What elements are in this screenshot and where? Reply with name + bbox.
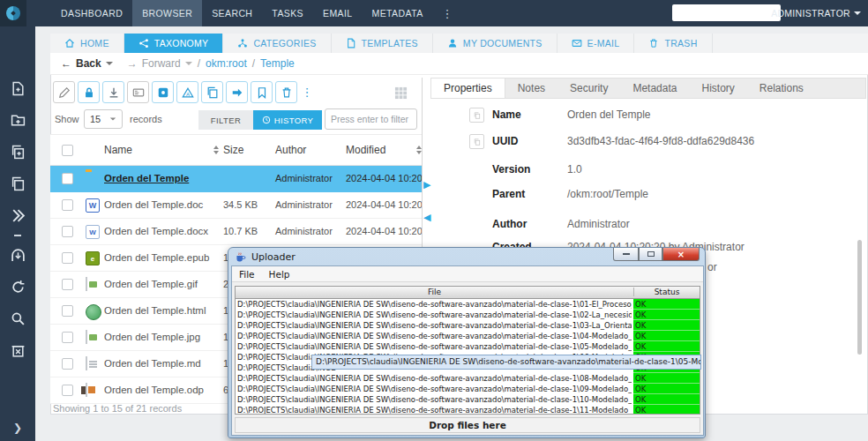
file-name-link[interactable]: Orden del Temple.docx [104,226,208,236]
menu-metadata[interactable]: METADATA [363,0,433,26]
download-button[interactable] [102,81,124,103]
lock-button[interactable] [78,81,100,103]
add-multiple-icon[interactable] [11,145,26,160]
column-name[interactable]: Name [104,144,132,156]
tab-properties[interactable]: Properties [431,78,505,98]
chevron-down-icon[interactable] [185,62,192,65]
file-name-link[interactable]: Orden del Temple.odp [104,385,204,395]
tab-taxonomy[interactable]: TAXONOMY [124,34,224,53]
file-name-link[interactable]: Orden del Temple.doc [104,199,203,210]
new-folder-icon[interactable] [11,113,26,128]
upload-row[interactable]: D:\PROJECTS\claudia\INGENIERIA DE SW\dis… [236,299,700,310]
file-name-link[interactable]: Orden del Temple.gif [104,279,198,289]
upload-row[interactable]: D:\PROJECTS\claudia\INGENIERIA DE SW\dis… [236,320,700,331]
tab-notes[interactable]: Notes [505,78,557,98]
tab-metadata[interactable]: Metadata [620,78,689,98]
upload-row[interactable]: D:\PROJECTS\claudia\INGENIERIA DE SW\dis… [236,310,700,320]
sort-icon[interactable] [213,146,219,154]
menu-dashboard[interactable]: DASHBOARD [51,0,132,26]
sidebar-expand-chevron[interactable]: ❯ [0,422,35,434]
refresh-icon[interactable] [11,280,26,295]
edit-button[interactable] [53,81,75,103]
row-checkbox[interactable] [62,385,73,396]
file-name-link[interactable]: Orden del Temple [104,173,189,183]
global-search-input[interactable] [672,4,781,21]
delete-icon[interactable] [11,343,26,358]
close-button[interactable]: × [662,248,700,261]
minimize-button[interactable] [613,248,639,261]
copy-value-button[interactable] [469,108,484,123]
row-checkbox[interactable] [62,199,73,211]
tab-categories[interactable]: CATEGORIES [223,34,331,53]
maximize-button[interactable] [639,248,662,261]
properties-scrollbar[interactable] [857,240,862,355]
tab-relations[interactable]: Relations [747,78,816,98]
go-home-icon[interactable] [11,248,26,263]
new-document-icon[interactable] [11,81,26,96]
page-size-select[interactable]: 15 [84,109,123,129]
menu-search[interactable]: SEARCH [202,0,262,26]
upload-row[interactable]: D:\PROJECTS\claudia\INGENIERIA DE SW\dis… [236,394,700,405]
file-name-link[interactable]: Orden del Temple.md [104,358,201,369]
menu-tasks[interactable]: TASKS [262,0,313,26]
user-menu[interactable]: ADMINISTRATOR [771,0,861,26]
column-author[interactable]: Author [275,144,306,156]
menu-email[interactable]: EMAIL [313,0,363,26]
column-modified[interactable]: Modified [346,144,385,156]
row-checkbox[interactable] [62,332,73,343]
row-checkbox[interactable] [62,252,73,264]
metadata-card-button[interactable] [127,81,149,103]
breadcrumb-current-link[interactable]: Temple [260,57,295,70]
grid-view-icon[interactable] [394,86,408,100]
tab-history[interactable]: History [689,78,746,98]
tab-my-documents[interactable]: MY DOCUMENTS [433,34,557,53]
tab-trash[interactable]: TRASH [634,34,712,53]
more-actions-button[interactable]: ⋮ [300,81,314,103]
breadcrumb-root-link[interactable]: okm:root [206,57,247,70]
tab-home[interactable]: HOME [50,34,124,53]
back-button[interactable]: ← Back [61,57,113,70]
drop-zone[interactable]: Drop files here [235,417,700,433]
move-button[interactable] [226,81,248,103]
upload-row[interactable]: D:\PROJECTS\claudia\INGENIERIA DE SW\dis… [236,384,700,394]
scan-button[interactable] [152,81,174,103]
row-checkbox[interactable] [62,305,73,317]
app-logo[interactable] [0,0,26,26]
select-all-checkbox[interactable] [62,145,73,156]
upload-row[interactable]: D:\PROJECTS\claudia\INGENIERIA DE SW\dis… [236,331,700,341]
menu-help[interactable]: Help [269,269,290,280]
forward-button[interactable]: → Forward [127,57,192,70]
tab-security[interactable]: Security [557,78,620,98]
table-row[interactable]: W Orden del Temple.docx 10.7 KB Administ… [50,219,422,245]
delete-button[interactable] [275,81,297,103]
upload-row[interactable]: D:\PROJECTS\claudia\INGENIERIA DE SW\dis… [236,341,700,352]
signature-button[interactable] [176,81,198,103]
table-row[interactable]: Orden del Temple Administrator 2024-04-0… [50,166,422,192]
file-name-link[interactable]: Orden del Temple.jpg [104,332,200,342]
kebab-menu-icon[interactable]: ⋮ [433,0,462,26]
column-size[interactable]: Size [223,144,243,156]
history-tab[interactable]: HISTORY [253,110,322,130]
file-name-link[interactable]: Orden del Temple.epub [104,252,209,263]
table-row[interactable]: W Orden del Temple.doc 34.5 KB Administr… [50,192,422,219]
row-checkbox[interactable] [62,358,73,370]
copy-value-button[interactable] [469,134,484,149]
row-checkbox[interactable] [62,279,73,290]
row-checkbox[interactable] [62,226,73,237]
upload-row[interactable]: D:\PROJECTS\claudia\INGENIERIA DE SW\dis… [236,405,700,415]
menu-file[interactable]: File [239,269,255,280]
fast-forward-icon[interactable] [11,208,26,223]
copy-button[interactable] [201,81,223,103]
chevron-down-icon[interactable] [106,62,113,65]
search-icon[interactable] [11,311,26,326]
uploader-dialog[interactable]: Uploader × File Help File Status D:\PROJ… [228,247,706,438]
copy-documents-icon[interactable] [11,176,26,191]
bookmark-button[interactable] [251,81,273,103]
upload-row[interactable]: D:\PROJECTS\claudia\INGENIERIA DE SW\dis… [236,373,700,384]
row-checkbox[interactable] [62,173,73,184]
menu-browser[interactable]: BROWSER [132,0,202,26]
tab-templates[interactable]: TEMPLATES [332,34,433,53]
filter-tab[interactable]: FILTER [198,110,253,130]
tab-email[interactable]: E-MAIL [557,34,635,53]
filter-input[interactable] [325,108,417,130]
